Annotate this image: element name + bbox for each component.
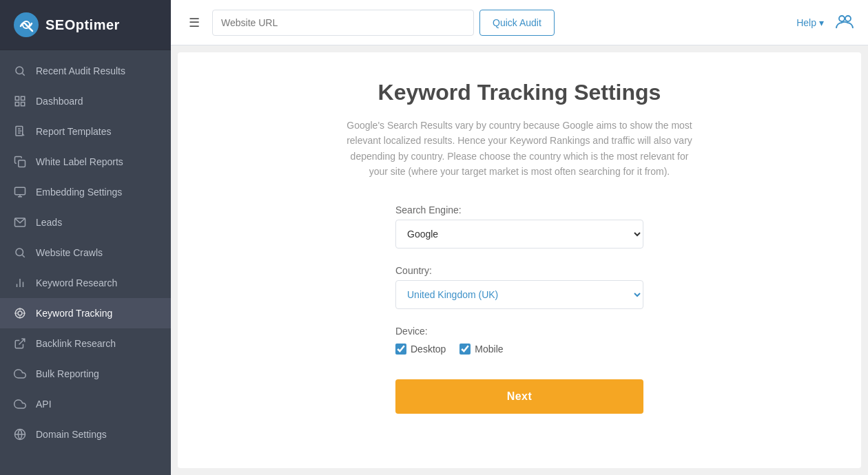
search-engine-group: Search Engine: Google Bing Yahoo (395, 204, 643, 249)
svg-line-29 (19, 339, 25, 344)
country-select[interactable]: United Kingdom (UK) United States (US) A… (395, 280, 643, 309)
country-label: Country: (395, 265, 643, 276)
help-button[interactable]: Help ▾ (796, 17, 824, 28)
mobile-checkbox[interactable] (459, 344, 471, 355)
search-engine-select[interactable]: Google Bing Yahoo (395, 220, 643, 249)
page-title: Keyword Tracking Settings (378, 80, 661, 105)
country-group: Country: United Kingdom (UK) United Stat… (395, 265, 643, 309)
device-options: Desktop Mobile (395, 344, 643, 355)
desktop-label: Desktop (411, 344, 446, 355)
svg-point-32 (839, 16, 845, 21)
mobile-option[interactable]: Mobile (459, 344, 503, 355)
sidebar-item-keyword-tracking[interactable]: Keyword Tracking (0, 298, 171, 328)
external-link-icon (14, 337, 26, 350)
sidebar-item-domain-settings[interactable]: Domain Settings (0, 419, 171, 450)
svg-point-3 (16, 67, 23, 74)
device-label: Device: (395, 326, 643, 337)
header-right: Help ▾ (796, 12, 854, 34)
sidebar-item-bulk-reporting[interactable]: Bulk Reporting (0, 359, 171, 389)
api-icon (14, 398, 26, 410)
svg-point-33 (845, 16, 851, 21)
sidebar-navigation: Recent Audit Results Dashboard Report Te… (0, 50, 171, 475)
monitor-icon (14, 186, 26, 198)
svg-line-4 (22, 73, 24, 75)
desktop-checkbox[interactable] (395, 344, 406, 355)
main-content: Keyword Tracking Settings Google's Searc… (178, 52, 861, 468)
svg-rect-5 (15, 96, 19, 100)
sidebar-item-white-label[interactable]: White Label Reports (0, 147, 171, 177)
svg-rect-7 (15, 103, 19, 106)
search-icon (14, 65, 26, 77)
logo-text: SEOptimer (45, 17, 120, 33)
sidebar-item-leads[interactable]: Leads (0, 207, 171, 237)
svg-line-19 (22, 255, 24, 257)
search-engine-label: Search Engine: (395, 204, 643, 215)
copy-icon (14, 156, 26, 168)
mail-icon (14, 216, 26, 229)
svg-rect-8 (21, 103, 25, 106)
sidebar-item-keyword-research[interactable]: Keyword Research (0, 268, 171, 298)
mobile-label: Mobile (475, 344, 503, 355)
report-icon (14, 125, 26, 138)
main-area: ☰ Quick Audit Help ▾ Keyword Tracking Se… (171, 0, 868, 475)
sidebar-logo: SEOptimer (0, 0, 171, 50)
sidebar-item-dashboard[interactable]: Dashboard (0, 86, 171, 116)
target-icon (14, 307, 26, 319)
sidebar-item-backlink-research[interactable]: Backlink Research (0, 328, 171, 359)
header: ☰ Quick Audit Help ▾ (171, 0, 868, 45)
sidebar: SEOptimer Recent Audit Results Dashboard… (0, 0, 171, 475)
svg-rect-14 (15, 187, 25, 195)
sidebar-item-website-crawls[interactable]: Website Crawls (0, 237, 171, 268)
seoptimer-logo-icon (14, 12, 39, 37)
next-button[interactable]: Next (395, 379, 643, 414)
svg-point-18 (16, 249, 23, 256)
quick-audit-button[interactable]: Quick Audit (479, 10, 555, 36)
svg-rect-6 (21, 96, 25, 100)
sidebar-item-api[interactable]: API (0, 389, 171, 419)
page-description: Google's Search Results vary by country … (340, 118, 699, 180)
website-url-input[interactable] (212, 10, 474, 36)
svg-point-24 (18, 311, 22, 315)
svg-rect-13 (19, 160, 25, 167)
globe-icon (14, 428, 26, 441)
sidebar-item-report-templates[interactable]: Report Templates (0, 116, 171, 147)
hamburger-button[interactable]: ☰ (185, 11, 204, 34)
cloud-icon (14, 368, 26, 380)
desktop-option[interactable]: Desktop (395, 344, 446, 355)
bar-chart-icon (14, 277, 26, 289)
sidebar-item-recent-audit[interactable]: Recent Audit Results (0, 56, 171, 86)
users-icon[interactable] (835, 12, 854, 34)
sidebar-item-embedding[interactable]: Embedding Settings (0, 177, 171, 207)
device-group: Device: Desktop Mobile (395, 326, 643, 355)
crawl-icon (14, 246, 26, 259)
dashboard-icon (14, 95, 26, 107)
